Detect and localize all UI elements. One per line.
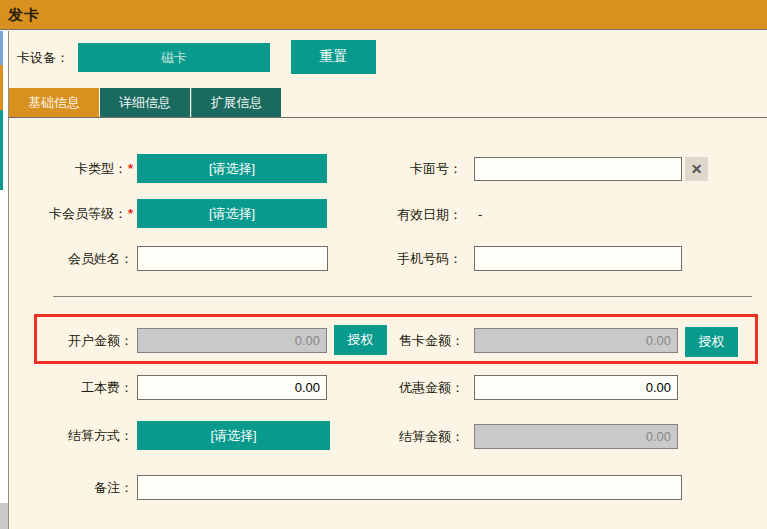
sell-amount-authorize-button[interactable]: 授权	[685, 327, 738, 357]
card-type-select-button[interactable]: [请选择]	[137, 154, 327, 183]
issue-card-window: 发卡 卡设备： 磁卡 重置 基础信息 详细信息 扩展信息 卡类型：* [请选择]…	[0, 0, 767, 529]
card-face-no-label: 卡面号：	[360, 157, 462, 181]
clear-icon[interactable]: ✕	[685, 157, 708, 181]
valid-date-value: -	[478, 201, 482, 228]
section-divider	[53, 296, 752, 297]
settle-method-label: 结算方式：	[10, 423, 133, 448]
mobile-label: 手机号码：	[360, 246, 462, 271]
remark-input[interactable]	[137, 475, 682, 500]
card-device-button[interactable]: 磁卡	[78, 43, 270, 72]
valid-date-label: 有效日期：	[360, 201, 462, 228]
remark-label: 备注：	[10, 475, 133, 500]
sidebar-sliver-teal	[0, 110, 3, 190]
sell-amount-input	[474, 328, 678, 353]
reset-button[interactable]: 重置	[291, 40, 376, 74]
member-level-label: 卡会员等级：*	[10, 200, 133, 228]
member-level-select-button[interactable]: [请选择]	[137, 199, 327, 228]
left-bottom-block	[0, 503, 8, 529]
card-face-no-input[interactable]	[474, 157, 682, 181]
required-asterisk: *	[128, 206, 133, 221]
cost-fee-label: 工本费：	[10, 375, 133, 400]
cost-fee-input[interactable]	[137, 375, 327, 400]
settle-amount-input	[474, 424, 678, 449]
tab-extend-info[interactable]: 扩展信息	[191, 88, 281, 117]
discount-amount-input[interactable]	[474, 375, 678, 400]
sell-amount-label: 售卡金额：	[362, 328, 464, 353]
sidebar-sliver-blue	[0, 31, 3, 65]
discount-amount-label: 优惠金额：	[362, 375, 464, 400]
window-header: 发卡	[0, 0, 767, 30]
member-name-input[interactable]	[137, 246, 328, 271]
member-name-label: 会员姓名：	[10, 246, 133, 271]
settle-method-select-button[interactable]: [请选择]	[137, 421, 330, 450]
open-amount-input	[137, 328, 327, 353]
settle-amount-label: 结算金额：	[362, 424, 464, 449]
tab-basic-info[interactable]: 基础信息	[9, 88, 99, 117]
card-type-label: 卡类型：*	[10, 155, 133, 183]
card-device-label: 卡设备：	[17, 43, 69, 72]
tab-detail-info[interactable]: 详细信息	[100, 88, 190, 117]
mobile-input[interactable]	[474, 246, 682, 271]
page-title: 发卡	[8, 0, 40, 30]
open-amount-label: 开户金额：	[10, 328, 133, 353]
sidebar-sliver-orange	[0, 65, 3, 110]
tab-strip-underline	[8, 117, 767, 118]
required-asterisk: *	[128, 161, 133, 176]
